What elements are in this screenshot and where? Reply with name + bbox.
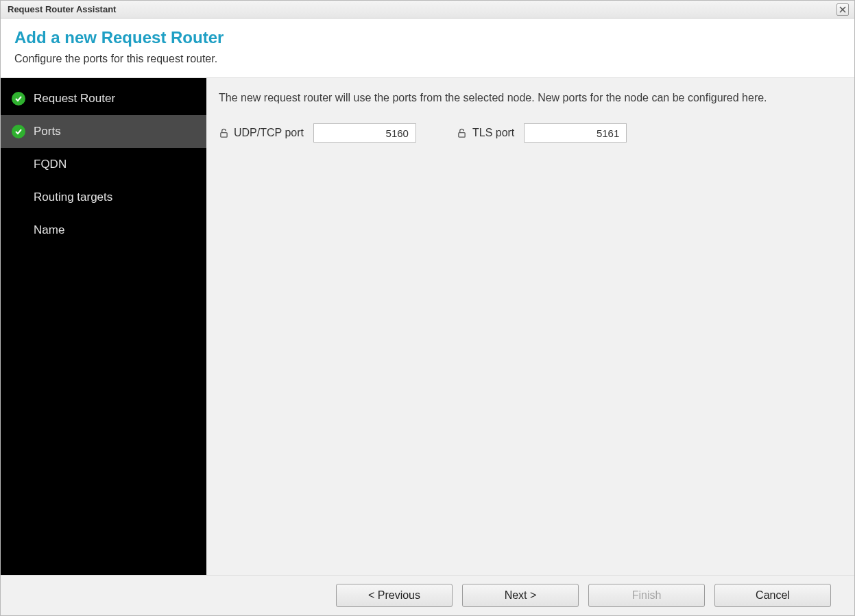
sidebar-item-ports[interactable]: Ports (1, 115, 206, 148)
unlock-icon (457, 127, 467, 138)
tls-port-input[interactable] (524, 123, 627, 143)
port-fields-row: UDP/TCP port TLS port (219, 123, 842, 143)
previous-button[interactable]: < Previous (336, 584, 453, 607)
blank-icon (12, 158, 25, 171)
sidebar-item-fqdn[interactable]: FQDN (1, 148, 206, 181)
svg-rect-3 (459, 132, 465, 137)
blank-icon (12, 190, 25, 204)
window-title: Request Router Assistant (8, 4, 116, 14)
check-icon (12, 125, 25, 138)
wizard-dialog: Request Router Assistant Add a new Reque… (0, 0, 855, 616)
sidebar-item-request-router[interactable]: Request Router (1, 82, 206, 115)
sidebar-item-name[interactable]: Name (1, 214, 206, 247)
udp-tcp-port-field: UDP/TCP port (219, 123, 416, 143)
close-icon (839, 6, 846, 13)
udp-tcp-port-input[interactable] (313, 123, 416, 143)
sidebar-item-routing-targets[interactable]: Routing targets (1, 181, 206, 214)
udp-tcp-port-label: UDP/TCP port (234, 127, 304, 139)
sidebar-item-label: Request Router (34, 92, 115, 106)
cancel-button[interactable]: Cancel (714, 584, 831, 607)
sidebar-item-label: FQDN (34, 158, 67, 171)
content-description: The new request router will use the port… (219, 92, 842, 104)
svg-rect-2 (220, 132, 226, 137)
page-subtitle: Configure the ports for this request rou… (14, 53, 841, 65)
unlock-icon (219, 127, 228, 138)
wizard-content: The new request router will use the port… (206, 78, 854, 575)
next-button[interactable]: Next > (462, 584, 579, 607)
titlebar: Request Router Assistant (1, 1, 854, 19)
check-icon (12, 92, 25, 106)
blank-icon (12, 223, 25, 237)
sidebar-item-label: Ports (34, 125, 61, 138)
sidebar-item-label: Name (34, 223, 64, 237)
page-title: Add a new Request Router (14, 28, 841, 47)
finish-button[interactable]: Finish (588, 584, 705, 607)
sidebar-item-label: Routing targets (34, 190, 112, 204)
tls-port-label: TLS port (472, 127, 514, 139)
wizard-footer: < Previous Next > Finish Cancel (1, 576, 854, 615)
wizard-sidebar: Request Router Ports FQDN Routing target… (1, 78, 206, 575)
tls-port-field: TLS port (457, 123, 627, 143)
close-button[interactable] (836, 3, 849, 16)
wizard-header: Add a new Request Router Configure the p… (1, 19, 854, 78)
wizard-body: Request Router Ports FQDN Routing target… (1, 78, 854, 576)
